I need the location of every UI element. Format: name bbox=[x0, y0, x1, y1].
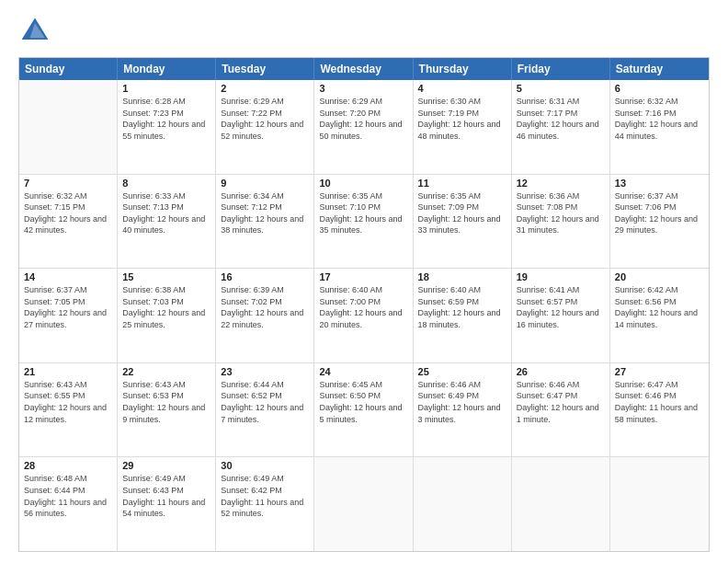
calendar-cell-2-4: 10Sunrise: 6:35 AMSunset: 7:10 PMDayligh… bbox=[314, 175, 413, 269]
sun-info: Sunrise: 6:33 AMSunset: 7:13 PMDaylight:… bbox=[122, 190, 210, 236]
calendar-cell-3-3: 16Sunrise: 6:39 AMSunset: 7:02 PMDayligh… bbox=[216, 269, 314, 362]
day-number: 18 bbox=[418, 271, 506, 282]
calendar-cell-3-4: 17Sunrise: 6:40 AMSunset: 7:00 PMDayligh… bbox=[314, 269, 413, 362]
calendar-cell-3-1: 14Sunrise: 6:37 AMSunset: 7:05 PMDayligh… bbox=[19, 269, 118, 362]
sun-info: Sunrise: 6:47 AMSunset: 6:46 PMDaylight:… bbox=[615, 379, 704, 425]
sun-info: Sunrise: 6:40 AMSunset: 7:00 PMDaylight:… bbox=[319, 284, 407, 330]
header bbox=[18, 15, 710, 48]
calendar-cell-5-6 bbox=[512, 457, 610, 551]
header-day-thursday: Thursday bbox=[414, 58, 512, 80]
sun-info: Sunrise: 6:37 AMSunset: 7:05 PMDaylight:… bbox=[24, 284, 112, 330]
calendar-week-1: 1Sunrise: 6:28 AMSunset: 7:23 PMDaylight… bbox=[19, 80, 709, 175]
calendar-cell-1-4: 3Sunrise: 6:29 AMSunset: 7:20 PMDaylight… bbox=[314, 80, 413, 174]
calendar-cell-3-2: 15Sunrise: 6:38 AMSunset: 7:03 PMDayligh… bbox=[118, 269, 216, 362]
day-number: 1 bbox=[122, 83, 210, 94]
sun-info: Sunrise: 6:39 AMSunset: 7:02 PMDaylight:… bbox=[221, 284, 309, 330]
sun-info: Sunrise: 6:40 AMSunset: 6:59 PMDaylight:… bbox=[418, 284, 506, 330]
sun-info: Sunrise: 6:45 AMSunset: 6:50 PMDaylight:… bbox=[319, 379, 407, 425]
day-number: 6 bbox=[615, 83, 704, 94]
sun-info: Sunrise: 6:48 AMSunset: 6:44 PMDaylight:… bbox=[24, 473, 112, 519]
day-number: 5 bbox=[517, 83, 605, 94]
page: SundayMondayTuesdayWednesdayThursdayFrid… bbox=[0, 0, 728, 563]
calendar-cell-1-1 bbox=[19, 80, 118, 174]
calendar-cell-2-6: 12Sunrise: 6:36 AMSunset: 7:08 PMDayligh… bbox=[512, 175, 610, 269]
calendar-cell-4-6: 26Sunrise: 6:46 AMSunset: 6:47 PMDayligh… bbox=[512, 363, 610, 457]
day-number: 26 bbox=[517, 366, 605, 377]
calendar-cell-3-6: 19Sunrise: 6:41 AMSunset: 6:57 PMDayligh… bbox=[512, 269, 610, 362]
sun-info: Sunrise: 6:49 AMSunset: 6:43 PMDaylight:… bbox=[122, 473, 210, 519]
calendar-cell-2-1: 7Sunrise: 6:32 AMSunset: 7:15 PMDaylight… bbox=[19, 175, 118, 269]
day-number: 30 bbox=[221, 460, 309, 471]
calendar-cell-5-1: 28Sunrise: 6:48 AMSunset: 6:44 PMDayligh… bbox=[19, 457, 118, 551]
day-number: 16 bbox=[221, 271, 309, 282]
sun-info: Sunrise: 6:46 AMSunset: 6:49 PMDaylight:… bbox=[418, 379, 506, 425]
calendar-cell-4-1: 21Sunrise: 6:43 AMSunset: 6:55 PMDayligh… bbox=[19, 363, 118, 457]
day-number: 23 bbox=[221, 366, 309, 377]
day-number: 28 bbox=[24, 460, 112, 471]
calendar-cell-3-5: 18Sunrise: 6:40 AMSunset: 6:59 PMDayligh… bbox=[414, 269, 512, 362]
day-number: 21 bbox=[24, 366, 112, 377]
logo bbox=[18, 15, 57, 48]
calendar-cell-2-2: 8Sunrise: 6:33 AMSunset: 7:13 PMDaylight… bbox=[118, 175, 216, 269]
sun-info: Sunrise: 6:29 AMSunset: 7:20 PMDaylight:… bbox=[319, 96, 407, 142]
day-number: 8 bbox=[122, 178, 210, 189]
calendar-cell-4-5: 25Sunrise: 6:46 AMSunset: 6:49 PMDayligh… bbox=[414, 363, 512, 457]
day-number: 29 bbox=[122, 460, 210, 471]
calendar-cell-4-3: 23Sunrise: 6:44 AMSunset: 6:52 PMDayligh… bbox=[216, 363, 314, 457]
day-number: 17 bbox=[319, 271, 407, 282]
header-day-tuesday: Tuesday bbox=[216, 58, 314, 80]
day-number: 24 bbox=[319, 366, 407, 377]
header-day-monday: Monday bbox=[118, 58, 216, 80]
sun-info: Sunrise: 6:44 AMSunset: 6:52 PMDaylight:… bbox=[221, 379, 309, 425]
calendar-week-4: 21Sunrise: 6:43 AMSunset: 6:55 PMDayligh… bbox=[19, 363, 709, 458]
calendar-cell-2-5: 11Sunrise: 6:35 AMSunset: 7:09 PMDayligh… bbox=[414, 175, 512, 269]
calendar-week-2: 7Sunrise: 6:32 AMSunset: 7:15 PMDaylight… bbox=[19, 175, 709, 270]
sun-info: Sunrise: 6:30 AMSunset: 7:19 PMDaylight:… bbox=[418, 96, 506, 142]
sun-info: Sunrise: 6:32 AMSunset: 7:16 PMDaylight:… bbox=[615, 96, 704, 142]
calendar-week-3: 14Sunrise: 6:37 AMSunset: 7:05 PMDayligh… bbox=[19, 269, 709, 363]
calendar-cell-1-5: 4Sunrise: 6:30 AMSunset: 7:19 PMDaylight… bbox=[414, 80, 512, 174]
header-day-friday: Friday bbox=[512, 58, 610, 80]
calendar-cell-5-3: 30Sunrise: 6:49 AMSunset: 6:42 PMDayligh… bbox=[216, 457, 314, 551]
sun-info: Sunrise: 6:41 AMSunset: 6:57 PMDaylight:… bbox=[517, 284, 605, 330]
day-number: 22 bbox=[122, 366, 210, 377]
sun-info: Sunrise: 6:49 AMSunset: 6:42 PMDaylight:… bbox=[221, 473, 309, 519]
sun-info: Sunrise: 6:37 AMSunset: 7:06 PMDaylight:… bbox=[615, 190, 704, 236]
calendar-cell-4-4: 24Sunrise: 6:45 AMSunset: 6:50 PMDayligh… bbox=[314, 363, 413, 457]
calendar-cell-1-3: 2Sunrise: 6:29 AMSunset: 7:22 PMDaylight… bbox=[216, 80, 314, 174]
day-number: 15 bbox=[122, 271, 210, 282]
calendar-cell-5-7 bbox=[610, 457, 709, 551]
day-number: 10 bbox=[319, 178, 407, 189]
sun-info: Sunrise: 6:43 AMSunset: 6:55 PMDaylight:… bbox=[24, 379, 112, 425]
sun-info: Sunrise: 6:31 AMSunset: 7:17 PMDaylight:… bbox=[517, 96, 605, 142]
sun-info: Sunrise: 6:36 AMSunset: 7:08 PMDaylight:… bbox=[517, 190, 605, 236]
calendar-header: SundayMondayTuesdayWednesdayThursdayFrid… bbox=[19, 58, 709, 80]
calendar-cell-1-6: 5Sunrise: 6:31 AMSunset: 7:17 PMDaylight… bbox=[512, 80, 610, 174]
day-number: 11 bbox=[418, 178, 506, 189]
day-number: 3 bbox=[319, 83, 407, 94]
sun-info: Sunrise: 6:34 AMSunset: 7:12 PMDaylight:… bbox=[221, 190, 309, 236]
calendar-week-5: 28Sunrise: 6:48 AMSunset: 6:44 PMDayligh… bbox=[19, 457, 709, 551]
calendar-body: 1Sunrise: 6:28 AMSunset: 7:23 PMDaylight… bbox=[19, 80, 709, 551]
header-day-saturday: Saturday bbox=[610, 58, 709, 80]
day-number: 19 bbox=[517, 271, 605, 282]
sun-info: Sunrise: 6:35 AMSunset: 7:09 PMDaylight:… bbox=[418, 190, 506, 236]
calendar-cell-2-7: 13Sunrise: 6:37 AMSunset: 7:06 PMDayligh… bbox=[610, 175, 709, 269]
sun-info: Sunrise: 6:32 AMSunset: 7:15 PMDaylight:… bbox=[24, 190, 112, 236]
sun-info: Sunrise: 6:43 AMSunset: 6:53 PMDaylight:… bbox=[122, 379, 210, 425]
sun-info: Sunrise: 6:35 AMSunset: 7:10 PMDaylight:… bbox=[319, 190, 407, 236]
day-number: 4 bbox=[418, 83, 506, 94]
day-number: 27 bbox=[615, 366, 704, 377]
calendar-cell-5-4 bbox=[314, 457, 413, 551]
logo-icon bbox=[18, 15, 51, 48]
calendar-cell-5-5 bbox=[414, 457, 512, 551]
day-number: 12 bbox=[517, 178, 605, 189]
calendar-cell-3-7: 20Sunrise: 6:42 AMSunset: 6:56 PMDayligh… bbox=[610, 269, 709, 362]
day-number: 2 bbox=[221, 83, 309, 94]
header-day-sunday: Sunday bbox=[19, 58, 118, 80]
day-number: 20 bbox=[615, 271, 704, 282]
calendar-cell-1-7: 6Sunrise: 6:32 AMSunset: 7:16 PMDaylight… bbox=[610, 80, 709, 174]
calendar-cell-1-2: 1Sunrise: 6:28 AMSunset: 7:23 PMDaylight… bbox=[118, 80, 216, 174]
day-number: 25 bbox=[418, 366, 506, 377]
sun-info: Sunrise: 6:28 AMSunset: 7:23 PMDaylight:… bbox=[122, 96, 210, 142]
